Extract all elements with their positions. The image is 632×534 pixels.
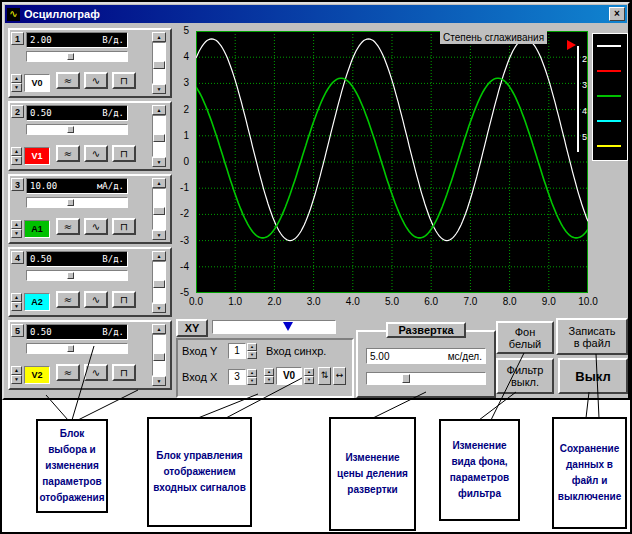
screenshot-root: ∿ Осциллограф × 1 2.00 В/д. ▲ ▼ ▲ ▼ V0 ≈… xyxy=(0,0,632,534)
coupling-ac-button[interactable]: ≈ xyxy=(56,291,80,308)
y-axis-labels: 543210-1-2-3-4-5 xyxy=(160,31,192,293)
sweep-unit: мс/дел. xyxy=(448,351,482,362)
filter-toggle-button[interactable]: Фильтр выкл. xyxy=(496,358,554,394)
coupling-ac-button[interactable]: ≈ xyxy=(56,72,80,89)
arrow-down-icon[interactable]: ▼ xyxy=(11,83,22,92)
slider-thumb[interactable] xyxy=(67,53,74,60)
y-tick: -3 xyxy=(161,235,189,246)
coupling-sine-button[interactable]: ∿ xyxy=(84,145,108,162)
y-tick: -1 xyxy=(161,182,189,193)
power-off-button[interactable]: Выкл xyxy=(558,358,628,394)
arrow-up-icon[interactable]: ▲ xyxy=(11,147,22,156)
channel-source-spinner[interactable]: ▲ ▼ xyxy=(11,366,22,384)
coupling-sine-button[interactable]: ∿ xyxy=(84,72,108,89)
coupling-square-button[interactable]: ⊓ xyxy=(112,72,136,89)
smoothing-slider-track[interactable] xyxy=(577,46,579,152)
arrow-down-icon[interactable]: ▼ xyxy=(152,303,166,313)
channel-scale-slider[interactable] xyxy=(26,51,128,62)
arrow-down-icon[interactable]: ▼ xyxy=(11,375,22,384)
input-y-value[interactable]: 1 xyxy=(228,343,246,359)
coupling-sine-button[interactable]: ∿ xyxy=(84,218,108,235)
channel-scale-slider[interactable] xyxy=(26,124,128,135)
channel-source-button[interactable]: V1 xyxy=(24,147,50,165)
arrow-up-icon[interactable]: ▲ xyxy=(247,369,257,377)
channel-source-spinner[interactable]: ▲ ▼ xyxy=(11,147,22,165)
slider-thumb[interactable] xyxy=(67,345,74,352)
sweep-value: 5.00 xyxy=(370,351,389,362)
close-button[interactable]: × xyxy=(609,7,625,21)
slider-thumb[interactable] xyxy=(67,272,74,279)
sync-source-value[interactable]: V0 xyxy=(276,367,302,385)
arrow-down-icon[interactable]: ▼ xyxy=(11,302,22,311)
horizontal-position-slider[interactable] xyxy=(212,320,336,334)
sync-spinner-2[interactable]: ▲ ▼ xyxy=(304,368,314,384)
coupling-ac-button[interactable]: ≈ xyxy=(56,218,80,235)
y-tick: -2 xyxy=(161,208,189,219)
channel-scale-slider[interactable] xyxy=(26,270,128,281)
background-toggle-button[interactable]: Фон белый xyxy=(496,321,554,354)
slider-thumb[interactable] xyxy=(67,126,74,133)
xy-mode-button[interactable]: XY xyxy=(176,319,208,337)
y-tick: 3 xyxy=(161,77,189,88)
channel-source-button[interactable]: V2 xyxy=(24,366,50,384)
coupling-sine-button[interactable]: ∿ xyxy=(84,291,108,308)
channel-panel-2: 2 0.50 В/д. ▲ ▼ ▲ ▼ V1 ≈ ∿ ⊓ xyxy=(8,101,172,171)
arrow-up-icon[interactable]: ▲ xyxy=(247,343,257,351)
sync-mode-button[interactable]: ↔ xyxy=(333,367,346,385)
coupling-square-button[interactable]: ⊓ xyxy=(112,364,136,381)
channel-scale-unit: В/д. xyxy=(102,327,124,337)
arrow-down-icon[interactable]: ▼ xyxy=(247,351,257,359)
arrow-down-icon[interactable]: ▼ xyxy=(152,376,166,386)
arrow-up-icon[interactable]: ▲ xyxy=(11,220,22,229)
channel-source-button[interactable]: A2 xyxy=(24,293,50,311)
coupling-ac-button[interactable]: ≈ xyxy=(56,145,80,162)
channel-offset-slider[interactable]: ▲ ▼ xyxy=(152,324,166,386)
arrow-up-icon[interactable]: ▲ xyxy=(11,293,22,302)
callout-sweep: Изменение цены деления развертки xyxy=(329,417,416,531)
sync-toggle-button[interactable]: ⇅ xyxy=(318,367,331,385)
arrow-down-icon[interactable]: ▼ xyxy=(11,229,22,238)
channel-scale-slider[interactable] xyxy=(26,343,128,354)
coupling-ac-button[interactable]: ≈ xyxy=(56,364,80,381)
channel-source-button[interactable]: A1 xyxy=(24,220,50,238)
channel-panel-1: 1 2.00 В/д. ▲ ▼ ▲ ▼ V0 ≈ ∿ ⊓ xyxy=(8,28,172,98)
arrow-up-icon[interactable]: ▲ xyxy=(304,368,314,376)
channel-scale-slider[interactable] xyxy=(26,197,128,208)
arrow-up-icon[interactable]: ▲ xyxy=(11,366,22,375)
arrow-down-icon[interactable]: ▼ xyxy=(11,156,22,165)
coupling-sine-button[interactable]: ∿ xyxy=(84,364,108,381)
channel-source-spinner[interactable]: ▲ ▼ xyxy=(11,74,22,92)
arrow-up-icon[interactable]: ▲ xyxy=(152,324,166,334)
slider-thumb[interactable] xyxy=(67,199,74,206)
slider-track[interactable] xyxy=(152,334,166,376)
window-title: Осциллограф xyxy=(24,8,609,20)
x-tick: 10.0 xyxy=(574,296,602,307)
input-x-value[interactable]: 3 xyxy=(228,369,246,385)
coupling-square-button[interactable]: ⊓ xyxy=(112,218,136,235)
arrow-down-icon[interactable]: ▼ xyxy=(304,376,314,384)
input-y-spinner[interactable]: ▲ ▼ xyxy=(247,343,257,359)
coupling-square-button[interactable]: ⊓ xyxy=(112,145,136,162)
slider-thumb[interactable] xyxy=(153,353,165,361)
smoothing-slider-thumb[interactable] xyxy=(567,40,576,50)
arrow-up-icon[interactable]: ▲ xyxy=(11,74,22,83)
channel-number: 4 xyxy=(11,251,24,264)
callout-save-off: Сохранение данных в файл и выключение xyxy=(552,417,627,529)
slider-thumb[interactable] xyxy=(402,374,410,383)
x-tick: 9.0 xyxy=(535,296,563,307)
sync-spinner[interactable]: ▲ ▼ xyxy=(264,368,274,384)
title-bar[interactable]: ∿ Осциллограф × xyxy=(5,5,627,23)
channel-source-spinner[interactable]: ▲ ▼ xyxy=(11,293,22,311)
slider-pointer-icon[interactable] xyxy=(283,322,293,331)
channel-scale-unit: В/д. xyxy=(102,108,124,118)
arrow-down-icon[interactable]: ▼ xyxy=(247,377,257,385)
channel-source-spinner[interactable]: ▲ ▼ xyxy=(11,220,22,238)
arrow-down-icon[interactable]: ▼ xyxy=(264,376,274,384)
sweep-slider[interactable] xyxy=(366,372,486,385)
input-x-spinner[interactable]: ▲ ▼ xyxy=(247,369,257,385)
arrow-up-icon[interactable]: ▲ xyxy=(264,368,274,376)
channel-source-button[interactable]: V0 xyxy=(24,74,50,92)
record-to-file-button[interactable]: Записать в файл xyxy=(556,318,628,355)
coupling-square-button[interactable]: ⊓ xyxy=(112,291,136,308)
x-tick: 7.0 xyxy=(456,296,484,307)
